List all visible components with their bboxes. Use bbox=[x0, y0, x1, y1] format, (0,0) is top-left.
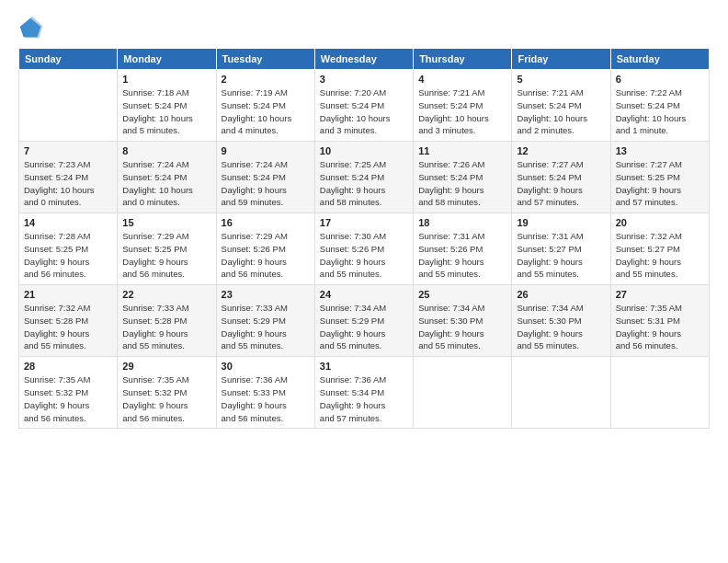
day-number: 16 bbox=[222, 217, 310, 228]
day-number: 28 bbox=[24, 361, 112, 372]
calendar-table: SundayMondayTuesdayWednesdayThursdayFrid… bbox=[18, 48, 710, 429]
day-number: 23 bbox=[222, 289, 310, 300]
calendar-cell: 16Sunrise: 7:29 AM Sunset: 5:26 PM Dayli… bbox=[216, 213, 314, 285]
day-info: Sunrise: 7:26 AM Sunset: 5:24 PM Dayligh… bbox=[418, 158, 506, 209]
calendar-week-row: 14Sunrise: 7:28 AM Sunset: 5:25 PM Dayli… bbox=[19, 213, 710, 285]
calendar-cell: 29Sunrise: 7:35 AM Sunset: 5:32 PM Dayli… bbox=[118, 357, 216, 429]
day-info: Sunrise: 7:19 AM Sunset: 5:24 PM Dayligh… bbox=[222, 86, 310, 137]
day-info: Sunrise: 7:27 AM Sunset: 5:25 PM Dayligh… bbox=[616, 158, 704, 209]
day-number: 29 bbox=[122, 361, 210, 372]
day-info: Sunrise: 7:23 AM Sunset: 5:24 PM Dayligh… bbox=[24, 158, 112, 209]
calendar-cell bbox=[512, 357, 610, 429]
col-header-tuesday: Tuesday bbox=[216, 49, 314, 70]
day-number: 20 bbox=[616, 217, 704, 228]
calendar-cell: 28Sunrise: 7:35 AM Sunset: 5:32 PM Dayli… bbox=[19, 357, 118, 429]
day-number: 27 bbox=[616, 289, 704, 300]
calendar-week-row: 1Sunrise: 7:18 AM Sunset: 5:24 PM Daylig… bbox=[19, 70, 710, 142]
day-info: Sunrise: 7:29 AM Sunset: 5:26 PM Dayligh… bbox=[222, 230, 310, 281]
day-number: 15 bbox=[122, 217, 210, 228]
day-number: 2 bbox=[222, 74, 310, 85]
calendar-cell: 3Sunrise: 7:20 AM Sunset: 5:24 PM Daylig… bbox=[314, 70, 413, 142]
logo-icon bbox=[18, 15, 44, 40]
logo bbox=[18, 15, 48, 40]
header bbox=[18, 15, 710, 40]
calendar-cell: 9Sunrise: 7:24 AM Sunset: 5:24 PM Daylig… bbox=[216, 142, 314, 213]
day-number: 12 bbox=[517, 145, 605, 156]
calendar-cell: 24Sunrise: 7:34 AM Sunset: 5:29 PM Dayli… bbox=[314, 285, 413, 357]
day-number: 18 bbox=[418, 217, 506, 228]
day-number: 10 bbox=[320, 145, 408, 156]
calendar-cell: 31Sunrise: 7:36 AM Sunset: 5:34 PM Dayli… bbox=[314, 357, 413, 429]
day-info: Sunrise: 7:31 AM Sunset: 5:27 PM Dayligh… bbox=[517, 230, 605, 281]
day-info: Sunrise: 7:32 AM Sunset: 5:27 PM Dayligh… bbox=[616, 230, 704, 281]
day-number: 1 bbox=[122, 74, 210, 85]
day-info: Sunrise: 7:35 AM Sunset: 5:31 PM Dayligh… bbox=[616, 302, 704, 352]
col-header-sunday: Sunday bbox=[19, 49, 118, 70]
day-info: Sunrise: 7:33 AM Sunset: 5:28 PM Dayligh… bbox=[122, 302, 210, 352]
col-header-friday: Friday bbox=[512, 49, 610, 70]
calendar-cell: 25Sunrise: 7:34 AM Sunset: 5:30 PM Dayli… bbox=[414, 285, 512, 357]
day-number: 30 bbox=[222, 361, 310, 372]
calendar-cell: 15Sunrise: 7:29 AM Sunset: 5:25 PM Dayli… bbox=[118, 213, 216, 285]
calendar-cell: 19Sunrise: 7:31 AM Sunset: 5:27 PM Dayli… bbox=[512, 213, 610, 285]
day-info: Sunrise: 7:34 AM Sunset: 5:30 PM Dayligh… bbox=[418, 302, 506, 352]
calendar-cell: 7Sunrise: 7:23 AM Sunset: 5:24 PM Daylig… bbox=[19, 142, 118, 213]
calendar-week-row: 28Sunrise: 7:35 AM Sunset: 5:32 PM Dayli… bbox=[19, 357, 710, 429]
calendar-cell: 14Sunrise: 7:28 AM Sunset: 5:25 PM Dayli… bbox=[19, 213, 118, 285]
day-info: Sunrise: 7:29 AM Sunset: 5:25 PM Dayligh… bbox=[122, 230, 210, 281]
day-number: 24 bbox=[320, 289, 408, 300]
day-number: 3 bbox=[320, 74, 408, 85]
day-number: 5 bbox=[517, 74, 605, 85]
calendar-cell: 18Sunrise: 7:31 AM Sunset: 5:26 PM Dayli… bbox=[414, 213, 512, 285]
day-number: 25 bbox=[418, 289, 506, 300]
day-number: 21 bbox=[24, 289, 112, 300]
day-number: 14 bbox=[24, 217, 112, 228]
col-header-saturday: Saturday bbox=[610, 49, 709, 70]
calendar-cell: 10Sunrise: 7:25 AM Sunset: 5:24 PM Dayli… bbox=[314, 142, 413, 213]
calendar-cell bbox=[414, 357, 512, 429]
svg-marker-1 bbox=[22, 17, 42, 38]
day-number: 8 bbox=[122, 145, 210, 156]
day-number: 22 bbox=[122, 289, 210, 300]
col-header-wednesday: Wednesday bbox=[314, 49, 413, 70]
page: SundayMondayTuesdayWednesdayThursdayFrid… bbox=[0, 0, 728, 563]
calendar-cell: 27Sunrise: 7:35 AM Sunset: 5:31 PM Dayli… bbox=[610, 285, 709, 357]
day-info: Sunrise: 7:36 AM Sunset: 5:34 PM Dayligh… bbox=[320, 373, 408, 424]
col-header-monday: Monday bbox=[118, 49, 216, 70]
calendar-cell: 17Sunrise: 7:30 AM Sunset: 5:26 PM Dayli… bbox=[314, 213, 413, 285]
day-number: 9 bbox=[222, 145, 310, 156]
calendar-cell: 22Sunrise: 7:33 AM Sunset: 5:28 PM Dayli… bbox=[118, 285, 216, 357]
calendar-cell: 11Sunrise: 7:26 AM Sunset: 5:24 PM Dayli… bbox=[414, 142, 512, 213]
day-number: 4 bbox=[418, 74, 506, 85]
calendar-cell: 30Sunrise: 7:36 AM Sunset: 5:33 PM Dayli… bbox=[216, 357, 314, 429]
calendar-week-row: 7Sunrise: 7:23 AM Sunset: 5:24 PM Daylig… bbox=[19, 142, 710, 213]
calendar-cell: 23Sunrise: 7:33 AM Sunset: 5:29 PM Dayli… bbox=[216, 285, 314, 357]
calendar-cell: 13Sunrise: 7:27 AM Sunset: 5:25 PM Dayli… bbox=[610, 142, 709, 213]
day-number: 13 bbox=[616, 145, 704, 156]
day-info: Sunrise: 7:24 AM Sunset: 5:24 PM Dayligh… bbox=[122, 158, 210, 209]
calendar-cell: 8Sunrise: 7:24 AM Sunset: 5:24 PM Daylig… bbox=[118, 142, 216, 213]
day-info: Sunrise: 7:30 AM Sunset: 5:26 PM Dayligh… bbox=[320, 230, 408, 281]
calendar-cell: 6Sunrise: 7:22 AM Sunset: 5:24 PM Daylig… bbox=[610, 70, 709, 142]
day-info: Sunrise: 7:24 AM Sunset: 5:24 PM Dayligh… bbox=[222, 158, 310, 209]
day-info: Sunrise: 7:35 AM Sunset: 5:32 PM Dayligh… bbox=[122, 373, 210, 424]
day-info: Sunrise: 7:31 AM Sunset: 5:26 PM Dayligh… bbox=[418, 230, 506, 281]
day-info: Sunrise: 7:34 AM Sunset: 5:29 PM Dayligh… bbox=[320, 302, 408, 352]
calendar-cell bbox=[610, 357, 709, 429]
day-info: Sunrise: 7:34 AM Sunset: 5:30 PM Dayligh… bbox=[517, 302, 605, 352]
calendar-cell: 2Sunrise: 7:19 AM Sunset: 5:24 PM Daylig… bbox=[216, 70, 314, 142]
day-info: Sunrise: 7:27 AM Sunset: 5:24 PM Dayligh… bbox=[517, 158, 605, 209]
calendar-cell: 26Sunrise: 7:34 AM Sunset: 5:30 PM Dayli… bbox=[512, 285, 610, 357]
day-number: 6 bbox=[616, 74, 704, 85]
day-info: Sunrise: 7:21 AM Sunset: 5:24 PM Dayligh… bbox=[517, 86, 605, 137]
day-info: Sunrise: 7:28 AM Sunset: 5:25 PM Dayligh… bbox=[24, 230, 112, 281]
day-number: 17 bbox=[320, 217, 408, 228]
calendar-cell: 21Sunrise: 7:32 AM Sunset: 5:28 PM Dayli… bbox=[19, 285, 118, 357]
day-number: 31 bbox=[320, 361, 408, 372]
day-info: Sunrise: 7:20 AM Sunset: 5:24 PM Dayligh… bbox=[320, 86, 408, 137]
col-header-thursday: Thursday bbox=[414, 49, 512, 70]
day-info: Sunrise: 7:32 AM Sunset: 5:28 PM Dayligh… bbox=[24, 302, 112, 352]
day-number: 7 bbox=[24, 145, 112, 156]
calendar-cell: 5Sunrise: 7:21 AM Sunset: 5:24 PM Daylig… bbox=[512, 70, 610, 142]
day-info: Sunrise: 7:22 AM Sunset: 5:24 PM Dayligh… bbox=[616, 86, 704, 137]
